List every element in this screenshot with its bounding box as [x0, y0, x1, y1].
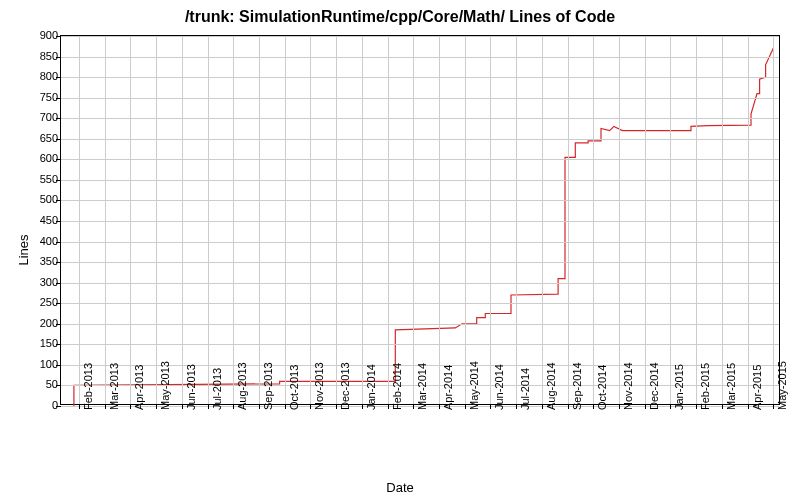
gridline-v	[156, 36, 157, 404]
gridline-v	[516, 36, 517, 404]
x-tick-label: Sep-2013	[262, 362, 274, 410]
y-tick-label: 150	[40, 337, 58, 349]
y-tick-label: 550	[40, 173, 58, 185]
x-axis-label: Date	[386, 480, 413, 495]
x-tick-label: Mar-2013	[108, 363, 120, 410]
gridline-v	[773, 36, 774, 404]
y-tick-label: 0	[52, 399, 58, 411]
tick-mark-x	[465, 404, 466, 409]
tick-mark-x	[593, 404, 594, 409]
x-tick-label: Oct-2013	[288, 365, 300, 410]
gridline-v	[593, 36, 594, 404]
x-tick-label: Oct-2014	[596, 365, 608, 410]
x-tick-label: Jul-2014	[519, 368, 531, 410]
chart-title: /trunk: SimulationRuntime/cpp/Core/Math/…	[0, 8, 800, 26]
gridline-v	[182, 36, 183, 404]
x-tick-label: Jan-2014	[365, 364, 377, 410]
x-tick-label: Apr-2014	[442, 365, 454, 410]
gridline-v	[105, 36, 106, 404]
y-tick-label: 300	[40, 276, 58, 288]
tick-mark-x	[413, 404, 414, 409]
y-tick-label: 750	[40, 91, 58, 103]
tick-mark-x	[79, 404, 80, 409]
gridline-v	[542, 36, 543, 404]
gridline-v	[413, 36, 414, 404]
x-tick-label: Sep-2014	[571, 362, 583, 410]
tick-mark-x	[285, 404, 286, 409]
x-tick-label: Jun-2013	[185, 364, 197, 410]
tick-mark-x	[439, 404, 440, 409]
tick-mark-x	[542, 404, 543, 409]
gridline-v	[233, 36, 234, 404]
x-tick-label: Mar-2015	[725, 363, 737, 410]
gridline-v	[285, 36, 286, 404]
y-tick-label: 650	[40, 132, 58, 144]
y-tick-label: 250	[40, 296, 58, 308]
gridline-v	[362, 36, 363, 404]
tick-mark-x	[490, 404, 491, 409]
gridline-v	[310, 36, 311, 404]
y-tick-label: 500	[40, 193, 58, 205]
x-tick-label: Feb-2013	[82, 363, 94, 410]
tick-mark-x	[619, 404, 620, 409]
x-tick-label: May-2015	[776, 361, 788, 410]
y-tick-label: 100	[40, 358, 58, 370]
gridline-v	[722, 36, 723, 404]
tick-mark-x	[156, 404, 157, 409]
y-tick-label: 800	[40, 70, 58, 82]
gridline-v	[490, 36, 491, 404]
gridline-v	[670, 36, 671, 404]
y-tick-label: 700	[40, 111, 58, 123]
plot-area	[60, 35, 780, 405]
y-tick-label: 400	[40, 235, 58, 247]
x-tick-label: Aug-2013	[236, 362, 248, 410]
gridline-v	[619, 36, 620, 404]
tick-mark-x	[722, 404, 723, 409]
x-tick-label: May-2013	[159, 361, 171, 410]
x-tick-label: Feb-2014	[391, 363, 403, 410]
gridline-v	[208, 36, 209, 404]
x-tick-label: Aug-2014	[545, 362, 557, 410]
chart-container: /trunk: SimulationRuntime/cpp/Core/Math/…	[0, 0, 800, 500]
tick-mark-x	[568, 404, 569, 409]
y-axis-label: Lines	[16, 234, 31, 265]
y-tick-label: 900	[40, 29, 58, 41]
y-tick-label: 600	[40, 152, 58, 164]
gridline-v	[465, 36, 466, 404]
gridline-v	[645, 36, 646, 404]
gridline-v	[568, 36, 569, 404]
x-tick-label: Apr-2013	[133, 365, 145, 410]
x-tick-label: Jul-2013	[211, 368, 223, 410]
tick-mark-x	[130, 404, 131, 409]
tick-mark-x	[670, 404, 671, 409]
tick-mark-x	[773, 404, 774, 409]
tick-mark-x	[388, 404, 389, 409]
tick-mark-x	[516, 404, 517, 409]
x-tick-label: Dec-2014	[648, 362, 660, 410]
x-tick-label: Nov-2013	[313, 362, 325, 410]
tick-mark-x	[182, 404, 183, 409]
tick-mark-x	[233, 404, 234, 409]
gridline-v	[79, 36, 80, 404]
x-tick-label: Apr-2015	[751, 365, 763, 410]
gridline-v	[130, 36, 131, 404]
gridline-v	[336, 36, 337, 404]
tick-mark-x	[105, 404, 106, 409]
x-tick-label: Feb-2015	[699, 363, 711, 410]
x-tick-label: May-2014	[468, 361, 480, 410]
tick-mark-x	[696, 404, 697, 409]
y-tick-label: 200	[40, 317, 58, 329]
tick-mark-x	[645, 404, 646, 409]
gridline-v	[439, 36, 440, 404]
tick-mark-x	[259, 404, 260, 409]
y-tick-label: 450	[40, 214, 58, 226]
x-tick-label: Jan-2015	[673, 364, 685, 410]
tick-mark-x	[362, 404, 363, 409]
gridline-v	[748, 36, 749, 404]
tick-mark-x	[748, 404, 749, 409]
x-tick-label: Nov-2014	[622, 362, 634, 410]
tick-mark-x	[336, 404, 337, 409]
gridline-v	[259, 36, 260, 404]
x-tick-label: Mar-2014	[416, 363, 428, 410]
gridline-v	[388, 36, 389, 404]
